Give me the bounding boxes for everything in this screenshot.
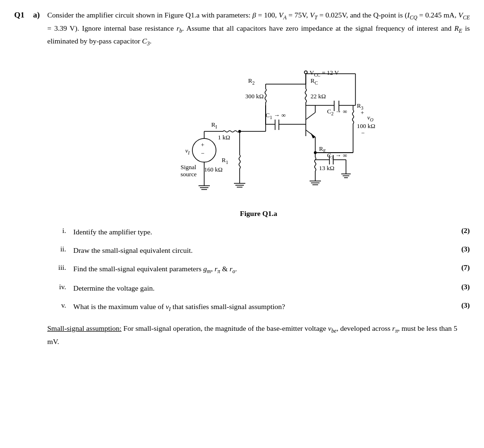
sub-q-num-ii: ii. (47, 245, 73, 253)
figure-label: Figure Q1.a (47, 209, 470, 218)
vo-label: vO (367, 114, 373, 122)
sub-q-text-v: What is the maximum value of vI that sat… (73, 301, 449, 314)
sub-q-marks-iii: (7) (449, 263, 470, 272)
sub-q-text-iv: Determine the voltage gain. (73, 283, 449, 294)
sub-q-marks-iv: (3) (449, 283, 470, 291)
question-number: Q1 (14, 9, 33, 347)
r1-value: 160 kΩ (204, 166, 223, 173)
sub-q-marks-i: (2) (449, 226, 470, 235)
r2-label: R2 (248, 77, 255, 86)
r3-value: 100 kΩ (357, 122, 375, 129)
c2-label: C2 → ∞ (327, 108, 347, 116)
svg-text:+: + (201, 141, 204, 148)
sub-q-marks-ii: (3) (449, 245, 470, 253)
rc-label: RC (311, 77, 318, 86)
circuit-svg: text { font-family: 'Times New Roman', s… (131, 58, 386, 205)
sub-question-iv: iv. Determine the voltage gain. (3) (47, 283, 470, 294)
ri-label: RI (211, 121, 217, 129)
sub-question-v: v. What is the maximum value of vI that … (47, 301, 470, 314)
problem-text: Consider the amplifier circuit shown in … (47, 9, 470, 49)
sub-question-ii: ii. Draw the small-signal equivalent cir… (47, 245, 470, 257)
sub-q-num-iii: iii. (47, 263, 73, 272)
sub-q-text-iii: Find the small-signal equivalent paramet… (73, 263, 449, 276)
main-container: Q1 a) Consider the amplifier circuit sho… (14, 9, 470, 347)
content-area: Consider the amplifier circuit shown in … (47, 9, 470, 347)
ri-value: 1 kΩ (218, 134, 230, 141)
r3-minus: − (361, 129, 364, 137)
circuit-diagram: text { font-family: 'Times New Roman', s… (47, 58, 470, 205)
vcc-label: VCC = 12 V (310, 69, 339, 78)
re-value: 13 kΩ (319, 164, 334, 172)
sub-questions: i. Identify the amplifier type. (2) ii. … (47, 226, 470, 314)
part-label: a) (33, 9, 47, 347)
rc-value: 22 kΩ (311, 93, 326, 100)
sub-question-i: i. Identify the amplifier type. (2) (47, 226, 470, 238)
source-text: source (181, 171, 197, 178)
small-signal-note: Small-signal assumption: For small-signa… (47, 323, 470, 347)
c1-label: C1 → ∞ (266, 112, 285, 120)
sub-q-num-v: v. (47, 301, 73, 310)
vi-label: vI (185, 147, 190, 155)
sub-question-iii: iii. Find the small-signal equivalent pa… (47, 263, 470, 276)
signal-text: Signal (181, 164, 197, 171)
svg-text:−: − (201, 150, 204, 157)
r3-plus: + (361, 109, 364, 116)
svg-line-13 (306, 112, 315, 120)
sub-q-marks-v: (3) (449, 301, 470, 310)
r1-label: R1 (222, 156, 228, 165)
sub-q-num-i: i. (47, 226, 73, 235)
small-signal-underline: Small-signal assumption: (47, 324, 121, 332)
sub-q-text-ii: Draw the small-signal equivalent circuit… (73, 245, 449, 257)
svg-marker-15 (311, 133, 315, 138)
sub-q-text-i: Identify the amplifier type. (73, 226, 449, 238)
r2-value: 300 kΩ (245, 93, 264, 100)
svg-point-0 (304, 71, 307, 74)
sub-q-num-iv: iv. (47, 283, 73, 291)
